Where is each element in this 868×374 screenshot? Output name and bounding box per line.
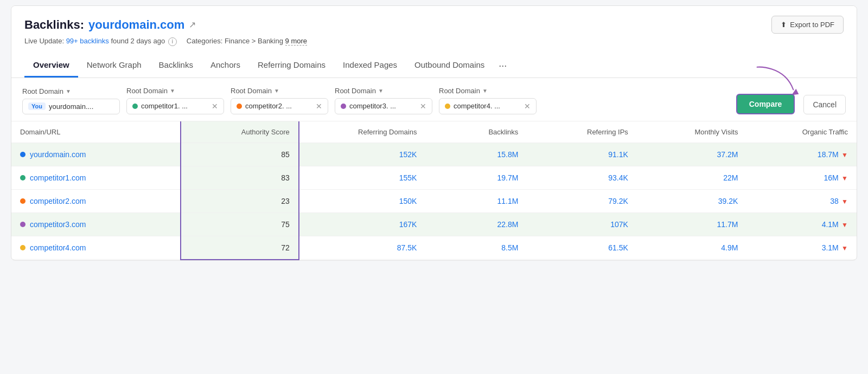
filter-label-1[interactable]: Root Domain ▼ (126, 87, 224, 95)
referring-domains-link[interactable]: 155K (399, 173, 417, 182)
cell-monthly-visits-1[interactable]: 22M (637, 166, 747, 189)
filter-group-2: Root Domain ▼ competitor2. ... ✕ (231, 87, 328, 114)
cell-referring-domains-3[interactable]: 167K (299, 212, 426, 236)
external-link-icon[interactable]: ↗ (189, 20, 196, 30)
domain-4: competitor4. ... (454, 102, 519, 110)
cell-monthly-visits-4[interactable]: 4.9M (637, 236, 747, 260)
monthly-visits-link[interactable]: 22M (723, 173, 738, 182)
backlinks-link[interactable]: 19.7M (497, 173, 518, 182)
cell-organic-traffic-4[interactable]: 3.1M ▼ (746, 236, 857, 260)
referring-ips-link[interactable]: 107K (610, 220, 628, 229)
cell-backlinks-0[interactable]: 15.8M (425, 143, 527, 166)
filter-input-1[interactable]: competitor1. ... ✕ (126, 98, 224, 114)
filter-input-2[interactable]: competitor2. ... ✕ (231, 98, 328, 114)
referring-ips-link[interactable]: 91.1K (608, 150, 628, 159)
referring-ips-link[interactable]: 79.2K (608, 197, 628, 205)
domain-link[interactable]: competitor3.com (30, 220, 86, 229)
domain-you: yourdomain.... (49, 102, 114, 111)
organic-traffic-link[interactable]: 38 (830, 197, 839, 205)
remove-competitor3-button[interactable]: ✕ (420, 102, 426, 111)
filter-input-0[interactable]: You yourdomain.... (22, 99, 120, 114)
cell-referring-ips-4[interactable]: 61.5K (527, 236, 637, 260)
cell-referring-ips-1[interactable]: 93.4K (527, 166, 637, 189)
backlinks-link[interactable]: 11.1M (497, 197, 518, 205)
monthly-visits-link[interactable]: 4.9M (721, 243, 738, 252)
filter-input-3[interactable]: competitor3. ... ✕ (335, 98, 432, 114)
tab-overview[interactable]: Overview (24, 54, 78, 78)
compare-button[interactable]: Compare (736, 94, 795, 114)
dot-icon-4 (445, 104, 450, 109)
backlinks-link[interactable]: 99+ backlinks (66, 37, 109, 45)
domain-link[interactable]: competitor1.com (30, 173, 86, 182)
backlinks-link[interactable]: 8.5M (501, 243, 518, 252)
domain-link[interactable]: competitor2.com (30, 197, 86, 205)
tab-network-graph[interactable]: Network Graph (78, 54, 150, 78)
monthly-visits-link[interactable]: 37.2M (717, 150, 738, 159)
filter-input-4[interactable]: competitor4. ... ✕ (439, 98, 537, 114)
backlinks-link[interactable]: 15.8M (497, 150, 518, 159)
filter-label-2[interactable]: Root Domain ▼ (231, 87, 328, 95)
referring-domains-link[interactable]: 152K (399, 150, 417, 159)
col-header-monthly-visits: Monthly Visits (637, 121, 747, 143)
cell-referring-ips-3[interactable]: 107K (527, 212, 637, 236)
cell-referring-domains-0[interactable]: 152K (299, 143, 426, 166)
cell-backlinks-1[interactable]: 19.7M (425, 166, 527, 189)
organic-traffic-link[interactable]: 3.1M (822, 243, 839, 252)
tabs-more-button[interactable]: ··· (493, 54, 512, 78)
filter-group-0: Root Domain ▼ You yourdomain.... (22, 87, 120, 114)
table-row: competitor2.com23150K11.1M79.2K39.2K38 ▼ (11, 189, 857, 212)
tab-backlinks[interactable]: Backlinks (150, 54, 202, 78)
cell-organic-traffic-3[interactable]: 4.1M ▼ (746, 212, 857, 236)
referring-domains-link[interactable]: 150K (399, 197, 417, 205)
cell-referring-domains-2[interactable]: 150K (299, 189, 426, 212)
cell-backlinks-3[interactable]: 22.8M (425, 212, 527, 236)
domain-1: competitor1. ... (141, 102, 206, 110)
cell-referring-domains-4[interactable]: 87.5K (299, 236, 426, 260)
tab-referring-domains[interactable]: Referring Domains (249, 54, 334, 78)
info-icon[interactable]: i (168, 37, 177, 46)
domain-link[interactable]: competitor4.com (30, 243, 86, 252)
cell-monthly-visits-0[interactable]: 37.2M (637, 143, 747, 166)
filter-label-3[interactable]: Root Domain ▼ (335, 87, 432, 95)
cell-authority-3: 75 (181, 212, 299, 236)
referring-ips-link[interactable]: 61.5K (608, 243, 628, 252)
remove-competitor1-button[interactable]: ✕ (212, 102, 218, 111)
col-header-referring-domains: Referring Domains (299, 121, 426, 143)
referring-domains-link[interactable]: 87.5K (397, 243, 417, 252)
cell-referring-domains-1[interactable]: 155K (299, 166, 426, 189)
remove-competitor2-button[interactable]: ✕ (316, 102, 322, 111)
categories-more-link[interactable]: 9 more (285, 37, 307, 46)
chevron-icon-1: ▼ (170, 88, 175, 94)
cell-referring-ips-2[interactable]: 79.2K (527, 189, 637, 212)
filter-label-0[interactable]: Root Domain ▼ (22, 87, 120, 95)
referring-ips-link[interactable]: 93.4K (608, 173, 628, 182)
tab-outbound-domains[interactable]: Outbound Domains (406, 54, 493, 78)
cell-backlinks-4[interactable]: 8.5M (425, 236, 527, 260)
remove-competitor4-button[interactable]: ✕ (524, 102, 531, 111)
cell-monthly-visits-3[interactable]: 11.7M (637, 212, 747, 236)
export-pdf-button[interactable]: ⬆ Export to PDF (771, 16, 844, 34)
cell-backlinks-2[interactable]: 11.1M (425, 189, 527, 212)
filter-label-4[interactable]: Root Domain ▼ (439, 87, 537, 95)
referring-domains-link[interactable]: 167K (399, 220, 417, 229)
chevron-icon-2: ▼ (274, 88, 279, 94)
cell-organic-traffic-1[interactable]: 16M ▼ (746, 166, 857, 189)
cell-authority-4: 72 (181, 236, 299, 260)
organic-traffic-link[interactable]: 16M (824, 173, 839, 182)
tab-anchors[interactable]: Anchors (202, 54, 249, 78)
domain-link[interactable]: yourdomain.com (30, 150, 86, 159)
cancel-button[interactable]: Cancel (803, 95, 846, 114)
cell-organic-traffic-2[interactable]: 38 ▼ (746, 189, 857, 212)
dot-icon (20, 245, 25, 250)
cell-monthly-visits-2[interactable]: 39.2K (637, 189, 747, 212)
tab-indexed-pages[interactable]: Indexed Pages (334, 54, 406, 78)
trend-down-icon: ▼ (840, 221, 848, 229)
organic-traffic-link[interactable]: 18.7M (818, 150, 839, 159)
monthly-visits-link[interactable]: 39.2K (718, 197, 738, 205)
monthly-visits-link[interactable]: 11.7M (717, 220, 738, 229)
organic-traffic-link[interactable]: 4.1M (822, 220, 839, 229)
cell-referring-ips-0[interactable]: 91.1K (527, 143, 637, 166)
filter-label-text-0: Root Domain (22, 87, 63, 95)
cell-organic-traffic-0[interactable]: 18.7M ▼ (746, 143, 857, 166)
backlinks-link[interactable]: 22.8M (497, 220, 518, 229)
